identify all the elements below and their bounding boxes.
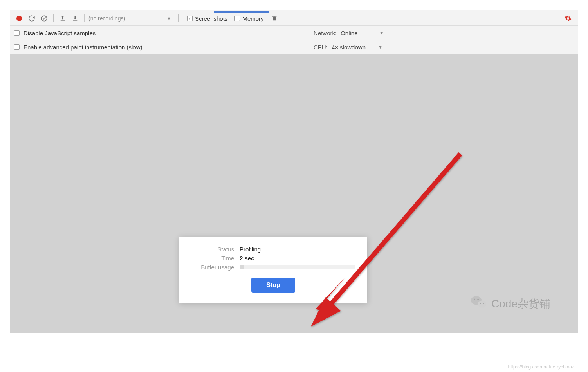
reload-icon	[28, 15, 35, 22]
buffer-progress-fill	[240, 265, 244, 269]
checkbox-icon	[187, 16, 193, 21]
collect-garbage-button[interactable]	[269, 13, 280, 23]
screenshots-label: Screenshots	[195, 15, 227, 22]
devtools-panel: (no recordings) ▼ Screenshots Memory	[10, 10, 578, 333]
options-row: Disable JavaScript samples Network: Onli…	[10, 26, 578, 40]
buffer-row: Buffer usage	[191, 264, 355, 271]
svg-rect-3	[73, 20, 78, 21]
cpu-option: CPU: 4× slowdown ▼	[314, 44, 382, 51]
svg-rect-2	[61, 20, 65, 21]
disable-js-checkbox[interactable]: Disable JavaScript samples	[14, 30, 96, 36]
profiling-modal: Status Profiling… Time 2 sec Buffer usag…	[179, 237, 367, 303]
recordings-dropdown[interactable]: (no recordings) ▼	[84, 14, 174, 22]
upload-icon	[59, 15, 66, 22]
disable-js-label: Disable JavaScript samples	[23, 30, 96, 36]
svg-point-11	[480, 303, 481, 304]
url-watermark: https://blog.csdn.net/terrychinaz	[508, 364, 574, 370]
enable-paint-checkbox[interactable]: Enable advanced paint instrumentation (s…	[14, 44, 142, 51]
memory-checkbox[interactable]: Memory	[234, 15, 263, 22]
chevron-down-icon: ▼	[379, 31, 384, 35]
checkbox-icon	[234, 16, 240, 21]
status-value: Profiling…	[240, 246, 267, 253]
cpu-dropdown[interactable]: 4× slowdown ▼	[332, 44, 382, 51]
network-label: Network:	[314, 30, 337, 36]
reload-button[interactable]	[27, 13, 37, 23]
wechat-icon	[470, 294, 487, 313]
gear-icon	[565, 15, 572, 22]
screenshots-checkbox[interactable]: Screenshots	[187, 15, 227, 22]
record-icon	[16, 16, 22, 21]
buffer-label: Buffer usage	[191, 264, 234, 271]
trash-icon	[271, 15, 278, 22]
status-label: Status	[191, 246, 234, 253]
toolbar-left: (no recordings) ▼ Screenshots Memory	[14, 13, 280, 23]
record-button[interactable]	[14, 13, 24, 23]
network-option: Network: Online ▼	[314, 30, 384, 36]
time-label: Time	[191, 255, 234, 262]
active-tab-indicator	[214, 11, 269, 13]
buffer-progress	[240, 265, 355, 269]
modal-footer: Stop	[191, 278, 355, 293]
download-icon	[72, 15, 79, 22]
options-row: Enable advanced paint instrumentation (s…	[10, 40, 578, 54]
load-profile-button[interactable]	[58, 13, 68, 23]
network-value: Online	[341, 30, 357, 36]
chevron-down-icon: ▼	[378, 45, 382, 49]
settings-button[interactable]	[563, 13, 573, 23]
svg-point-9	[474, 299, 475, 300]
options-bar: Disable JavaScript samples Network: Onli…	[10, 26, 578, 54]
cpu-label: CPU:	[314, 44, 328, 51]
stop-button[interactable]: Stop	[251, 278, 295, 293]
svg-point-12	[483, 303, 484, 304]
recordings-placeholder: (no recordings)	[88, 15, 125, 22]
enable-paint-label: Enable advanced paint instrumentation (s…	[23, 44, 142, 51]
checkbox-icon	[14, 30, 20, 36]
divider	[53, 14, 54, 22]
time-value: 2 sec	[240, 255, 254, 262]
checkbox-icon	[14, 44, 20, 50]
svg-line-1	[43, 17, 46, 20]
divider	[178, 14, 179, 22]
save-profile-button[interactable]	[70, 13, 80, 23]
memory-label: Memory	[242, 15, 263, 22]
time-row: Time 2 sec	[191, 255, 355, 262]
svg-point-8	[478, 300, 486, 307]
status-row: Status Profiling…	[191, 246, 355, 253]
content-area: Status Profiling… Time 2 sec Buffer usag…	[10, 54, 578, 333]
clear-icon	[41, 15, 48, 22]
chevron-down-icon: ▼	[167, 16, 171, 21]
cpu-value: 4× slowdown	[332, 44, 366, 51]
divider	[561, 14, 561, 22]
watermark: Code杂货铺	[470, 294, 550, 313]
toolbar: (no recordings) ▼ Screenshots Memory	[10, 10, 578, 26]
clear-button[interactable]	[39, 13, 49, 23]
watermark-text: Code杂货铺	[491, 296, 550, 311]
network-dropdown[interactable]: Online ▼	[341, 30, 384, 36]
svg-point-10	[477, 299, 479, 300]
